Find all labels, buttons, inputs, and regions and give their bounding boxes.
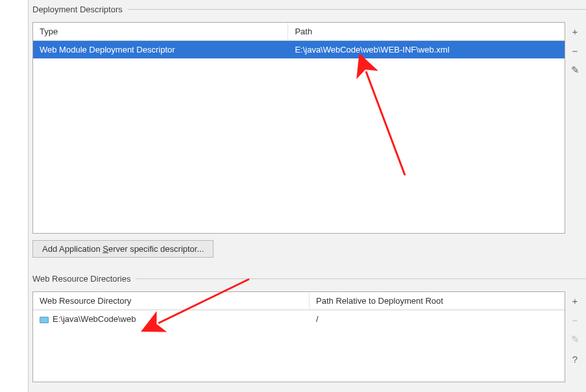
section-divider <box>136 278 586 279</box>
btn-hotkey: S <box>103 244 108 254</box>
spacer <box>29 258 586 269</box>
remove-button[interactable]: − <box>568 44 581 57</box>
webres-table-container: Web Resource Directory Path Relative to … <box>32 291 565 382</box>
plus-icon: + <box>572 26 578 37</box>
deployment-table-area: Type Path Web Module Deployment Descript… <box>32 22 582 234</box>
col-webres-rel[interactable]: Path Relative to Deployment Root <box>310 292 565 310</box>
deployment-table[interactable]: Type Path Web Module Deployment Descript… <box>33 23 565 228</box>
col-webres-dir[interactable]: Web Resource Directory <box>33 292 310 310</box>
deployment-side-buttons: + − ✎ <box>565 22 582 234</box>
add-server-descriptor-button[interactable]: Add Application Server specific descript… <box>32 240 214 258</box>
help-icon: ? <box>572 354 578 365</box>
minus-icon: − <box>572 315 578 326</box>
edit-button: ✎ <box>568 333 581 346</box>
table-row[interactable]: Web Module Deployment Descriptor E:\java… <box>33 41 565 59</box>
add-button[interactable]: + <box>568 25 581 38</box>
cell-webres-dir: E:\java\WebCode\web <box>33 310 310 328</box>
edit-button[interactable]: ✎ <box>568 64 581 77</box>
edit-icon: ✎ <box>571 334 580 345</box>
main-panel: Deployment Descriptors Type Path Web Mod… <box>29 0 586 392</box>
col-path[interactable]: Path <box>288 23 565 41</box>
section-header-deployment: Deployment Descriptors <box>29 0 586 18</box>
btn-suffix: erver specific descriptor... <box>108 244 204 254</box>
section-title-webres: Web Resource Directories <box>32 274 130 284</box>
webres-table[interactable]: Web Resource Directory Path Relative to … <box>33 292 565 367</box>
cell-path: E:\java\WebCode\web\WEB-INF\web.xml <box>288 41 565 59</box>
col-type[interactable]: Type <box>33 23 288 41</box>
add-button[interactable]: + <box>568 294 581 307</box>
webres-table-area: Web Resource Directory Path Relative to … <box>32 291 582 382</box>
section-divider <box>128 9 586 10</box>
cell-webres-rel: / <box>310 310 565 328</box>
table-empty-area <box>33 328 565 367</box>
table-row[interactable]: E:\java\WebCode\web / <box>33 310 565 328</box>
cell-type: Web Module Deployment Descriptor <box>33 41 288 59</box>
edit-icon: ✎ <box>571 64 580 76</box>
minus-icon: − <box>572 45 578 56</box>
remove-button: − <box>568 313 581 326</box>
section-header-webres: Web Resource Directories <box>29 269 586 288</box>
webres-side-buttons: + − ✎ ? <box>565 291 582 382</box>
table-empty-area <box>33 58 565 228</box>
plus-icon: + <box>572 295 578 306</box>
deployment-table-container: Type Path Web Module Deployment Descript… <box>32 22 565 234</box>
section-title-deployment: Deployment Descriptors <box>32 5 123 14</box>
help-button[interactable]: ? <box>568 352 581 365</box>
left-gutter <box>0 0 29 392</box>
folder-icon <box>40 317 49 323</box>
btn-prefix: Add Application <box>42 244 103 254</box>
cell-webres-dir-text: E:\java\WebCode\web <box>53 314 136 324</box>
